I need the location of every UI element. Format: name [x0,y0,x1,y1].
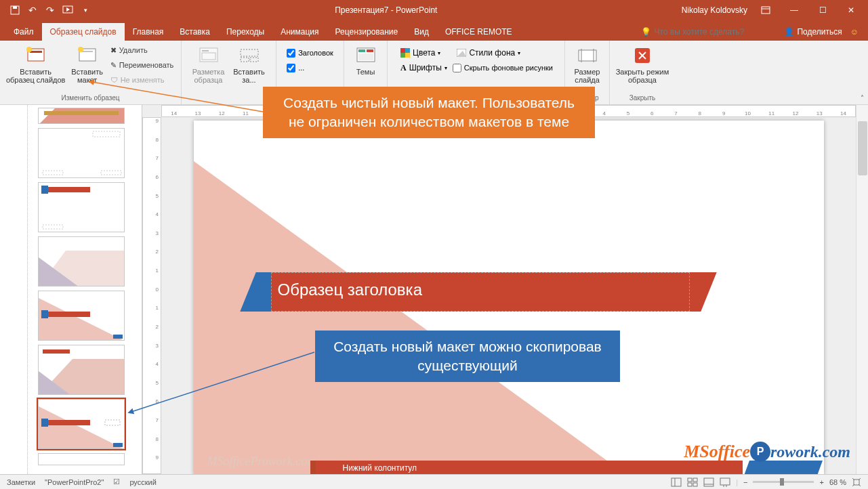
svg-rect-17 [250,58,258,62]
view-normal-icon[interactable] [671,477,682,487]
accessibility-icon[interactable]: ☑ [113,477,120,486]
callout-blue: Создать новый макет можно скопировав сущ… [315,331,620,382]
maximize-icon[interactable]: ☐ [812,0,833,20]
themes-button[interactable]: Темы [347,43,385,76]
smile-feedback-icon[interactable]: ☺ [850,27,859,37]
svg-rect-13 [202,50,209,51]
window-title: Презентация7 - PowerPoint [91,5,682,15]
svg-marker-51 [39,406,124,448]
svg-rect-41 [43,225,63,229]
ribbon-display-icon[interactable] [756,0,776,20]
svg-rect-4 [762,7,770,14]
chevron-down-icon: ▾ [438,50,440,56]
svg-rect-39 [43,187,90,192]
tellme-search[interactable]: 💡 [641,27,776,37]
tab-insert[interactable]: Вставка [171,23,218,41]
tab-officeremote[interactable]: OFFICE REMOTE [437,23,520,41]
zoom-slider-thumb[interactable] [780,478,784,486]
fit-to-window-icon[interactable] [852,477,861,487]
slide-watermark: MSofficeProwork.com [207,454,316,469]
share-button[interactable]: 👤 Поделиться [784,27,842,37]
svg-rect-47 [113,335,123,339]
tab-review[interactable]: Рецензирование [327,23,407,41]
svg-rect-64 [693,478,697,482]
view-sorter-icon[interactable] [687,477,698,487]
canvas[interactable]: Образец заголовка MSofficeProwork.com P▸… [161,117,856,474]
view-slideshow-icon[interactable] [720,477,730,487]
zoom-slider[interactable] [753,481,814,483]
layout-thumb[interactable] [38,345,125,395]
svg-rect-38 [101,171,121,175]
tellme-input[interactable] [654,27,776,37]
scrollbar-thumb[interactable] [858,121,867,175]
slide[interactable]: Образец заголовка MSofficeProwork.com P▸… [194,121,824,474]
start-slideshow-icon[interactable] [62,5,73,16]
svg-rect-15 [241,49,258,56]
zoom-in-button[interactable]: + [819,478,823,486]
insert-slide-master-button[interactable]: Вставить образец слайдов [6,43,66,84]
layout-thumb[interactable] [38,453,125,465]
thumbnails-pane[interactable] [0,105,142,474]
colors-button[interactable]: Цвета▾ [399,46,442,60]
tab-view[interactable]: Вид [406,23,437,41]
language-indicator[interactable]: русский [129,478,156,486]
svg-rect-53 [41,419,48,427]
slide-size-button[interactable]: Размер слайда [569,43,606,84]
vertical-ruler[interactable]: 9876543210123456789 [142,117,161,474]
rename-button[interactable]: ✎Переименовать [109,58,175,72]
svg-rect-52 [43,420,90,425]
footer-placeholder[interactable]: Нижний колонтитул [316,461,743,474]
minimize-icon[interactable]: — [784,0,804,20]
insert-placeholder-button[interactable]: Вставить за... [230,43,268,84]
notes-button[interactable]: Заметки [7,478,35,486]
svg-rect-65 [688,483,692,486]
qat-customize-icon[interactable]: ▾ [80,5,91,16]
svg-rect-50 [43,349,70,354]
vertical-scrollbar[interactable] [856,105,868,474]
tab-file[interactable]: Файл [5,23,42,41]
bg-styles-button[interactable]: Стили фона▾ [455,46,522,60]
layout-thumb[interactable] [38,108,125,124]
svg-rect-35 [44,111,119,115]
layout-thumb[interactable] [38,291,125,341]
chevron-down-icon: ▾ [445,65,447,71]
layout-thumb[interactable] [38,182,125,232]
svg-rect-46 [41,310,48,318]
tab-animation[interactable]: Анимация [272,23,327,41]
save-icon[interactable] [9,5,20,16]
editor-area: 141312111098765432101234567891011121314 … [142,105,868,474]
close-master-icon [632,45,653,66]
layout-thumb[interactable] [38,236,125,286]
tab-home[interactable]: Главная [125,23,172,41]
title-checkbox[interactable]: Заголовок [287,46,333,60]
template-indicator[interactable]: "PowerPointPro2" [45,478,104,486]
colors-icon [400,48,410,58]
collapse-ribbon-icon[interactable]: ˄ [861,94,864,102]
tab-transitions[interactable]: Переходы [218,23,272,41]
tab-slidemaster[interactable]: Образец слайдов [42,23,125,41]
title-placeholder-text[interactable]: Образец заголовка [278,280,422,299]
footers-checkbox[interactable]: ... [287,61,304,75]
master-layout-button[interactable]: Разметка образца [190,43,228,84]
fonts-button[interactable]: AШрифты▾ [399,61,449,75]
callout-orange: Создать чистый новый макет. Пользователь… [263,87,595,138]
hide-bg-checkbox[interactable]: Скрыть фоновые рисунки [453,61,553,75]
zoom-level[interactable]: 68 % [829,478,846,486]
title-shape[interactable]: Образец заголовка [271,272,690,312]
svg-rect-22 [400,48,405,53]
view-reading-icon[interactable] [703,477,714,487]
close-master-button[interactable]: Закрыть режим образца [613,43,672,84]
svg-rect-61 [671,478,681,486]
redo-icon[interactable]: ↷ [45,5,56,16]
zoom-out-button[interactable]: − [743,478,747,486]
svg-rect-16 [241,58,249,62]
layout-thumb[interactable] [38,128,125,178]
insert-layout-button[interactable]: Вставить макет [68,43,106,84]
user-name[interactable]: Nikolay Koldovsky [682,5,747,15]
close-icon[interactable]: ✕ [841,0,861,20]
delete-button[interactable]: ✖Удалить [109,43,175,57]
undo-icon[interactable]: ↶ [27,5,38,16]
svg-point-11 [78,47,83,52]
fonts-icon: A [400,63,407,73]
layout-thumb-selected[interactable] [38,399,125,449]
